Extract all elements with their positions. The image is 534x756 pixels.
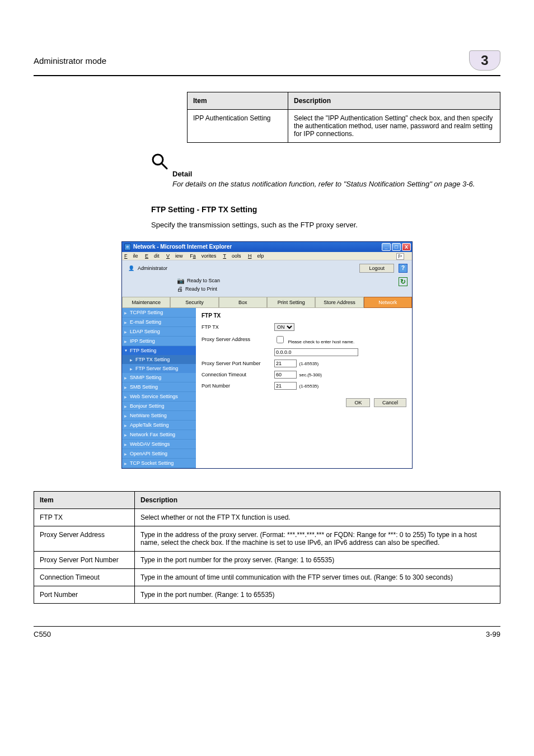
table-row: Proxy Server Port NumberType in the port…	[34, 551, 500, 568]
administrator-icon: 👤	[127, 265, 135, 271]
menu-favorites[interactable]: Favorites	[190, 253, 216, 259]
table-cell: IPP Authentication Setting	[188, 110, 288, 143]
table-cell: Type in the port number. (Range: 1 to 65…	[135, 586, 500, 603]
table-cell: Type in the amount of time until communi…	[135, 568, 500, 586]
ie-flag-icon: 🏳	[396, 253, 404, 260]
proxy-address-label: Proxy Server Address	[202, 337, 274, 342]
proxy-port-range: (1-65535)	[299, 361, 319, 366]
footer-model: C550	[34, 630, 51, 638]
sidebar-item-openapi[interactable]: OpenAPI Setting	[122, 449, 196, 459]
menu-file[interactable]: File	[124, 253, 138, 259]
table-cell: Connection Timeout	[34, 568, 135, 586]
menu-tools[interactable]: Tools	[223, 253, 241, 259]
proxy-port-label: Proxy Server Port Number	[202, 361, 274, 366]
table-cell: Select the "IPP Authentication Setting" …	[288, 110, 500, 143]
refresh-button[interactable]: ↻	[399, 277, 407, 286]
port-number-input[interactable]	[274, 382, 297, 390]
menu-view[interactable]: View	[166, 253, 183, 259]
table-cell: Port Number	[34, 586, 135, 603]
table-row: Proxy Server AddressType in the address …	[34, 526, 500, 551]
ipp-auth-table: Item Description IPP Authentication Sett…	[187, 92, 500, 143]
sidebar-item-smb[interactable]: SMB Setting	[122, 382, 196, 392]
help-button[interactable]: ?	[399, 264, 407, 273]
table-cell: Proxy Server Address	[34, 526, 135, 551]
sidebar-item-webservice[interactable]: Web Service Settings	[122, 392, 196, 402]
hostname-hint: Please check to enter host name.	[288, 339, 355, 344]
table-row: FTP TXSelect whether or not the FTP TX f…	[34, 508, 500, 526]
scanner-icon: 📷	[177, 277, 185, 284]
screenshot-window: e Network - Microsoft Internet Explorer …	[121, 241, 413, 469]
status-ready-print: Ready to Print	[185, 286, 217, 292]
sidebar-item-netware[interactable]: NetWare Setting	[122, 411, 196, 421]
table-cell: Type in the address of the proxy server.…	[135, 526, 500, 551]
sidebar-item-ipp[interactable]: IPP Setting	[122, 337, 196, 346]
sidebar: TCP/IP Setting E-mail Setting LDAP Setti…	[122, 308, 196, 468]
detail-heading: Detail	[172, 170, 500, 178]
administrator-label: Administrator	[138, 265, 357, 271]
status-ready-scan: Ready to Scan	[187, 278, 220, 283]
sidebar-item-email[interactable]: E-mail Setting	[122, 318, 196, 327]
footer-rule	[34, 626, 500, 627]
tab-store-address[interactable]: Store Address	[315, 297, 363, 308]
ftp-tx-label: FTP TX	[202, 324, 274, 330]
sidebar-item-appletalk[interactable]: AppleTalk Setting	[122, 421, 196, 430]
proxy-address-input[interactable]	[274, 348, 358, 356]
table-row: Port NumberType in the port number. (Ran…	[34, 586, 500, 603]
table-row: Connection TimeoutType in the amount of …	[34, 568, 500, 586]
port-number-label: Port Number	[202, 383, 274, 389]
tab-security[interactable]: Security	[170, 297, 218, 308]
hostname-checkbox[interactable]	[277, 336, 284, 343]
cancel-button[interactable]: Cancel	[374, 398, 406, 407]
sidebar-group-ftp[interactable]: FTP Setting	[122, 346, 196, 355]
ie-page-icon: e	[124, 244, 131, 250]
sidebar-item-networkfax[interactable]: Network Fax Setting	[122, 430, 196, 440]
sidebar-item-snmp[interactable]: SNMP Setting	[122, 373, 196, 382]
ok-button[interactable]: OK	[346, 398, 370, 407]
table-row: IPP Authentication Setting Select the "I…	[188, 110, 500, 143]
timeout-range: sec.(5-300)	[299, 372, 322, 377]
sidebar-item-ftp-server[interactable]: FTP Server Setting	[122, 364, 196, 373]
table-header: Description	[135, 491, 500, 508]
timeout-label: Connection Timeout	[202, 372, 274, 377]
sidebar-item-tcpip[interactable]: TCP/IP Setting	[122, 308, 196, 318]
proxy-port-input[interactable]	[274, 360, 297, 367]
tab-print-setting[interactable]: Print Setting	[267, 297, 315, 308]
sidebar-item-tcpsocket[interactable]: TCP Socket Setting	[122, 459, 196, 468]
magnifier-icon	[151, 153, 168, 170]
table-cell: Select whether or not the FTP TX functio…	[135, 508, 500, 526]
sidebar-item-bonjour[interactable]: Bonjour Setting	[122, 402, 196, 411]
table-header: Item	[188, 92, 288, 110]
table-cell: Type in the port number for the proxy se…	[135, 551, 500, 568]
menu-help[interactable]: Help	[248, 253, 264, 259]
table-header: Item	[34, 491, 135, 508]
svg-line-1	[162, 164, 167, 169]
sidebar-item-ftp-tx[interactable]: FTP TX Setting	[122, 355, 196, 364]
section-body: Specify the transmission settings, such …	[151, 221, 500, 229]
menu-edit[interactable]: Edit	[145, 253, 160, 259]
sidebar-item-ldap[interactable]: LDAP Setting	[122, 327, 196, 337]
tab-maintenance[interactable]: Maintenance	[122, 297, 170, 308]
window-maximize-button[interactable]: □	[392, 243, 401, 251]
port-number-range: (1-65535)	[299, 384, 319, 389]
window-title: Network - Microsoft Internet Explorer	[133, 244, 381, 250]
table-header: Description	[288, 92, 500, 110]
printer-icon: 🖨	[177, 286, 183, 292]
table-cell: FTP TX	[34, 508, 135, 526]
detail-body: For details on the status notification f…	[172, 179, 500, 189]
table-cell: Proxy Server Port Number	[34, 551, 135, 568]
header-rule	[34, 75, 500, 76]
ftp-tx-description-table: Item Description FTP TXSelect whether or…	[34, 491, 500, 604]
sidebar-item-webdav[interactable]: WebDAV Settings	[122, 440, 196, 449]
form-title: FTP TX	[202, 312, 406, 319]
page-header-left: Administrator mode	[34, 56, 106, 66]
window-minimize-button[interactable]: _	[382, 243, 391, 251]
window-close-button[interactable]: X	[402, 243, 411, 251]
ftp-tx-select[interactable]: ON	[274, 323, 294, 331]
timeout-input[interactable]	[274, 371, 297, 379]
logout-button[interactable]: Logout	[359, 264, 394, 273]
chapter-number-badge: 3	[469, 50, 500, 71]
tab-box[interactable]: Box	[219, 297, 267, 308]
tab-network[interactable]: Network	[364, 297, 412, 308]
section-heading: FTP Setting - FTP TX Setting	[151, 205, 500, 214]
main-form: FTP TX FTP TX ON Proxy Server Address Pl…	[196, 308, 412, 468]
